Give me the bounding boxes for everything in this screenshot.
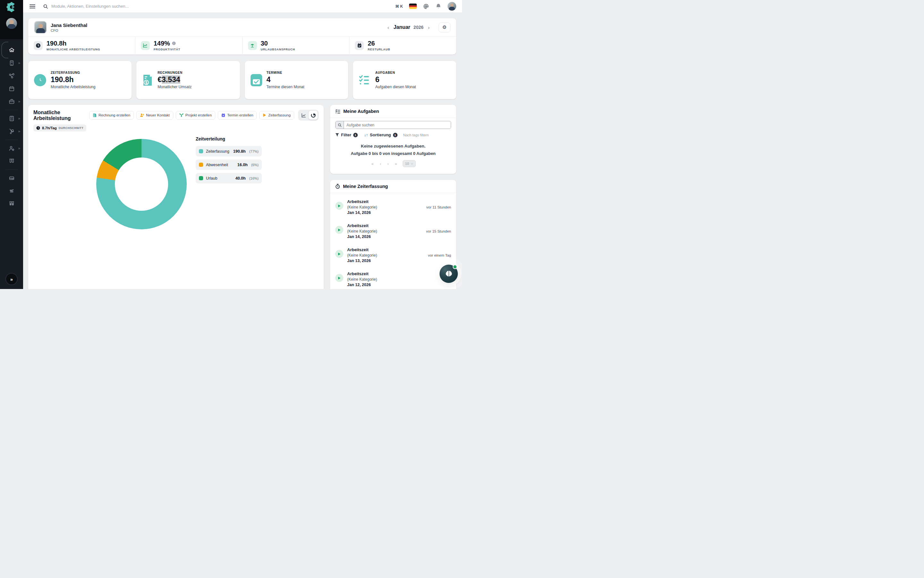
chart-legend: Zeitverteilung Zeiterfassung 190.8h (77%… (196, 136, 262, 186)
new-contact-button[interactable]: Neuer Kontakt (136, 111, 173, 120)
stat-label: URLAUBSANSPRUCH (261, 48, 295, 51)
legend-item-urlaub: Urlaub 40.0h (16%) (196, 173, 262, 183)
average-value: 8.7h/Tag (42, 126, 57, 130)
line-chart-toggle[interactable] (299, 110, 308, 120)
pie-chart-icon (311, 113, 316, 118)
stat-monthly-hours: 190.8hMONATLICHE ARBEITSLEISTUNG (28, 37, 135, 54)
sidebar-item-server[interactable] (0, 172, 23, 184)
sidebar-item-stack[interactable] (0, 184, 23, 197)
page-size-value: 10 (405, 162, 409, 166)
create-appointment-button[interactable]: Termin erstellen (218, 111, 257, 120)
prev-page-button[interactable]: ‹ (379, 161, 382, 166)
button-label: Zeiterfassung (268, 113, 291, 117)
current-month-label: Januar (393, 24, 410, 30)
dashboard-settings-button[interactable]: ⚙ (438, 23, 450, 32)
notifications-bell-icon[interactable] (435, 3, 442, 9)
panel-title: Meine Zeiterfassung (343, 184, 388, 189)
sort-label[interactable]: Sortierung (370, 133, 391, 137)
legend-value: 190.8h (233, 149, 246, 154)
sidebar-item-calendar[interactable] (0, 82, 23, 95)
legend-swatch (199, 162, 203, 167)
global-search-input[interactable] (51, 4, 186, 9)
time-entry[interactable]: Arbeitszeit (Keine Kategorie) Jan 13, 20… (335, 243, 451, 267)
entry-timestamp: vor einem Tag (428, 253, 451, 257)
task-search-input[interactable] (344, 121, 451, 128)
filter-funnel-icon[interactable] (335, 133, 339, 136)
donut-chart (96, 139, 187, 229)
info-icon[interactable] (172, 41, 176, 45)
task-search (335, 121, 451, 129)
main-content: Jana Siebenthal CFO ‹ Januar 2026 › ⚙ 19… (23, 13, 462, 289)
summary-cards-row: ZEITERFASSUNG 190.8h Monatliche Arbeitsl… (28, 61, 456, 99)
play-button[interactable] (335, 250, 343, 258)
ai-assistant-fab[interactable] (440, 265, 458, 283)
button-label: Termin erstellen (227, 113, 253, 117)
average-label: DURCHSCHNITT (59, 127, 84, 130)
card-value: 6 (375, 76, 416, 83)
sidebar-item-experiments[interactable] (0, 197, 23, 210)
card-value: 4 (266, 76, 304, 83)
time-entry[interactable]: Arbeitszeit (Keine Kategorie) Jan 14, 20… (335, 195, 451, 219)
time-entry[interactable]: Arbeitszeit (Keine Kategorie) Jan 14, 20… (335, 219, 451, 243)
time-tracking-button[interactable]: Zeiterfassung (259, 111, 294, 120)
sidebar-item-home[interactable] (0, 44, 23, 57)
legend-swatch (199, 149, 203, 153)
first-page-button[interactable]: « (370, 161, 374, 166)
monthly-performance-card: Monatliche Arbeitsleistung 8.7h/Tag DURC… (28, 105, 324, 289)
checklist-icon (359, 75, 371, 86)
card-aufgaben[interactable]: AUFGABEN 6 Aufgaben diesen Monat (353, 61, 456, 99)
global-search[interactable] (43, 4, 395, 9)
topbar-actions: ⌘ K (395, 2, 456, 11)
page-size-select[interactable]: 10 (403, 160, 416, 167)
stat-value: 26 (368, 40, 390, 47)
sidebar-item-finance[interactable]: ▶ (0, 112, 23, 125)
card-termine[interactable]: TERMINE 4 Termine diesen Monat (245, 61, 348, 99)
invoice-icon: $ (142, 74, 153, 86)
app-logo-icon[interactable] (6, 2, 17, 12)
sidebar-item-lab[interactable] (0, 154, 23, 167)
theme-palette-icon[interactable] (423, 3, 429, 10)
next-page-button[interactable]: › (386, 161, 389, 166)
create-invoice-button[interactable]: Rechnung erstellen (89, 111, 134, 120)
legend-percent: (16%) (249, 176, 258, 180)
tags-filter-label[interactable]: Nach tags filtern (403, 133, 429, 137)
language-flag-de[interactable] (409, 3, 417, 9)
play-button[interactable] (335, 274, 343, 282)
user-role: CFO (51, 29, 87, 32)
card-title: AUFGABEN (375, 71, 416, 75)
sidebar-item-hr[interactable]: ▶ (0, 142, 23, 154)
legend-swatch (199, 176, 203, 180)
sort-arrows-icon[interactable]: ↓↑ (364, 133, 368, 137)
chevron-right-icon: ▶ (19, 147, 21, 150)
sidebar-item-network[interactable] (0, 69, 23, 82)
user-name: Jana Siebenthal (51, 23, 87, 28)
last-page-button[interactable]: » (394, 161, 398, 166)
card-rechnungen[interactable]: $ RECHNUNGEN €3.534 Monatlicher Umsatz (136, 61, 240, 99)
prev-month-button[interactable]: ‹ (386, 25, 390, 30)
hamburger-menu-icon[interactable] (29, 5, 35, 8)
play-icon (338, 276, 341, 280)
next-month-button[interactable]: › (427, 25, 431, 30)
sidebar-item-logistics[interactable]: ▶ (0, 125, 23, 138)
my-tasks-panel: Meine Aufgaben Filter 1 ↓↑ Sortierung 1 … (330, 105, 456, 174)
sidebar-item-company[interactable]: ▶ (0, 57, 23, 69)
entry-date: Jan 12, 2026 (347, 283, 447, 287)
time-entry[interactable]: Arbeitszeit (Keine Kategorie) Jan 12, 20… (335, 267, 451, 289)
chart-type-toggle (298, 110, 318, 120)
sidebar-expand-button[interactable]: » (5, 273, 18, 285)
play-button[interactable] (335, 226, 343, 234)
pie-chart-toggle[interactable] (309, 110, 318, 120)
play-button[interactable] (335, 202, 343, 210)
card-zeiterfassung[interactable]: ZEITERFASSUNG 190.8h Monatliche Arbeitsl… (28, 61, 132, 99)
sidebar-item-projects[interactable]: ▶ (0, 95, 23, 108)
play-icon (338, 228, 341, 232)
user-avatar[interactable] (448, 2, 456, 11)
create-project-button[interactable]: Projekt erstellen (176, 111, 215, 120)
profile-avatar[interactable] (34, 21, 47, 34)
filter-label[interactable]: Filter (341, 133, 351, 137)
legend-label: Abwesenheit (206, 162, 234, 167)
stats-row: 190.8hMONATLICHE ARBEITSLEISTUNG 149%PRO… (28, 37, 456, 54)
entry-title: Arbeitszeit (347, 223, 422, 228)
app-root: ▶ ▶ ▶ ▶ ▶ (0, 0, 462, 289)
sidebar-avatar[interactable] (6, 18, 17, 29)
